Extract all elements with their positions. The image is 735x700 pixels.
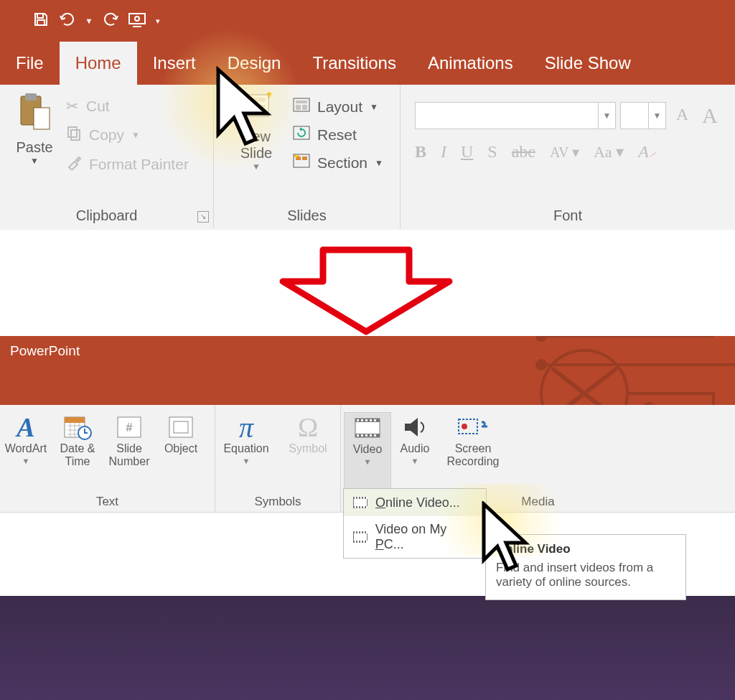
svg-rect-8 [245, 98, 266, 102]
undo-icon [59, 11, 78, 31]
clipboard-group-label: Clipboard [0, 207, 213, 224]
object-icon [168, 412, 194, 442]
svg-rect-39 [361, 434, 363, 437]
font-group-label: Font [401, 207, 735, 224]
symbol-label: Symbol [289, 442, 327, 455]
svg-rect-28 [169, 417, 192, 437]
tab-slideshow[interactable]: Slide Show [529, 42, 647, 85]
online-video-icon [352, 495, 368, 510]
underline-button[interactable]: U [461, 142, 473, 162]
undo-dropdown[interactable]: ▼ [82, 0, 96, 42]
equation-label: Equation [223, 442, 268, 455]
italic-button[interactable]: I [441, 142, 446, 162]
layout-button[interactable]: Layout ▼ [293, 98, 383, 116]
wordart-label: WordArt [5, 442, 47, 455]
reset-label: Reset [317, 126, 357, 144]
svg-rect-43 [459, 419, 477, 434]
svg-rect-38 [357, 434, 359, 437]
video-caret: ▼ [364, 457, 372, 466]
font-style-row: B I U S abc AV ▾ Aa ▾ A⟋ [415, 142, 649, 162]
svg-rect-40 [365, 434, 368, 437]
redo-button[interactable] [96, 0, 123, 42]
top-screenshot: ▼ ▾ File Home Insert Design Transitions … [0, 0, 735, 230]
svg-point-1 [135, 17, 139, 21]
font-size-combo[interactable]: ▼ [620, 102, 666, 129]
svg-rect-9 [245, 105, 254, 113]
svg-rect-36 [370, 419, 372, 421]
red-arrow-annotation [266, 244, 467, 337]
svg-rect-35 [365, 419, 368, 421]
text-group-label: Text [0, 495, 215, 509]
screen-recording-icon [457, 412, 489, 442]
new-slide-button[interactable]: New Slide ▼ [224, 92, 289, 172]
copy-button[interactable]: Copy ▼ [66, 125, 189, 144]
svg-rect-4 [34, 108, 50, 129]
save-icon [32, 11, 50, 31]
svg-text:#: # [126, 421, 133, 434]
section-icon [293, 154, 310, 172]
grow-font-button[interactable]: A [676, 105, 688, 124]
title-decoration [505, 336, 735, 405]
font-family-caret[interactable]: ▼ [598, 103, 615, 129]
section-button[interactable]: Section ▼ [293, 154, 383, 172]
quick-access-toolbar: ▼ ▾ [0, 0, 735, 42]
menu-video-on-pc[interactable]: Video on My PC... [344, 516, 486, 558]
presentation-icon [127, 11, 147, 31]
group-slides: New Slide ▼ Layout ▼ Reset [214, 85, 401, 228]
new-slide-caret: ▼ [224, 162, 289, 172]
tab-home[interactable]: Home [60, 42, 137, 85]
svg-rect-12 [296, 101, 307, 103]
shadow-button[interactable]: S [487, 142, 497, 162]
menu-online-video[interactable]: Online Video... [344, 489, 486, 516]
cut-button[interactable]: ✂ Cut [66, 98, 189, 115]
group-font: ▼ ▼ A A B I U S abc AV ▾ Aa ▾ A⟋ Font [401, 85, 735, 228]
calendar-clock-icon [63, 412, 92, 442]
char-spacing-button[interactable]: AV ▾ [550, 144, 579, 161]
svg-rect-24 [65, 417, 85, 423]
cut-label: Cut [86, 98, 110, 115]
svg-rect-6 [71, 130, 80, 140]
svg-rect-3 [25, 93, 37, 101]
change-case-button[interactable]: Aa ▾ [594, 143, 624, 162]
font-family-combo[interactable]: ▼ [415, 102, 616, 129]
shrink-font-button[interactable]: A [702, 103, 718, 128]
svg-point-44 [462, 424, 467, 429]
menu-video-on-pc-label: Video on My PC... [375, 522, 477, 552]
tab-insert[interactable]: Insert [137, 42, 212, 85]
tooltip-body: Find and insert videos from a variety of… [496, 561, 675, 589]
slideshow-from-start-button[interactable] [123, 0, 151, 42]
paste-label: Paste [6, 139, 63, 156]
equation-caret: ▼ [243, 457, 251, 465]
undo-button[interactable] [55, 0, 82, 42]
strikethrough-button[interactable]: abc [512, 142, 535, 162]
new-slide-label: New Slide [224, 129, 289, 162]
tab-animations[interactable]: Animations [412, 42, 529, 85]
date-time-label: Date & Time [60, 442, 95, 468]
tooltip-online-video: Online Video Find and insert videos from… [485, 534, 686, 600]
section-caret: ▼ [375, 158, 383, 168]
font-size-caret[interactable]: ▼ [648, 103, 665, 129]
format-painter-label: Format Painter [89, 156, 189, 173]
app-title: PowerPoint [10, 343, 80, 358]
svg-rect-0 [129, 14, 145, 24]
tab-file[interactable]: File [0, 42, 60, 85]
svg-rect-37 [374, 419, 376, 421]
layout-label: Layout [317, 98, 362, 116]
svg-point-20 [537, 336, 546, 340]
format-painter-button[interactable]: Format Painter [66, 154, 189, 174]
svg-rect-41 [370, 434, 372, 437]
bold-button[interactable]: B [415, 142, 426, 162]
clipboard-dialog-launcher[interactable]: ↘ [197, 211, 209, 223]
tab-design[interactable]: Design [212, 42, 297, 85]
paste-button[interactable]: Paste ▼ [6, 92, 63, 166]
reset-button[interactable]: Reset [293, 126, 383, 144]
qat-customize[interactable]: ▾ [151, 0, 165, 42]
paste-icon [17, 122, 52, 134]
save-button[interactable] [27, 0, 55, 42]
clipboard-actions: ✂ Cut Copy ▼ Format Painter [66, 98, 189, 174]
svg-rect-42 [374, 434, 376, 437]
clear-formatting-button[interactable]: A⟋ [638, 142, 649, 162]
tab-transitions[interactable]: Transitions [296, 42, 411, 85]
new-slide-icon [238, 112, 274, 128]
layout-icon [293, 98, 310, 116]
